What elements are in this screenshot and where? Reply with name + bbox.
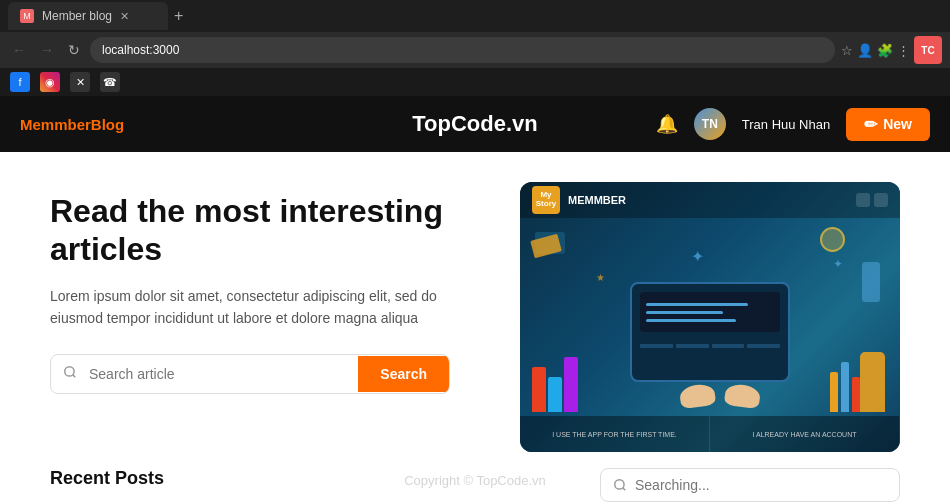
- user-avatar[interactable]: TN: [694, 108, 726, 140]
- keyboard-area: [632, 340, 788, 352]
- pen-icon: ✏: [864, 115, 877, 134]
- screen-content: [640, 292, 780, 332]
- browser-toolbar-icons: ☆ 👤 🧩 ⋮ TC: [841, 36, 942, 64]
- facebook-icon[interactable]: f: [10, 72, 30, 92]
- key-4: [747, 344, 780, 348]
- decoration-pencil: [862, 262, 880, 302]
- hero-text: Read the most interesting articles Lorem…: [50, 182, 480, 394]
- illustration-logo: My Story: [532, 186, 560, 214]
- key-2: [676, 344, 709, 348]
- screen-line-1: [646, 303, 748, 306]
- sparkle-3: ✦: [833, 257, 843, 271]
- screen-line-3: [646, 319, 736, 322]
- menu-icon: ⋮: [897, 43, 910, 58]
- illustration-person: [860, 352, 885, 412]
- pencil-1: [830, 372, 838, 412]
- new-post-button[interactable]: ✏ New: [846, 108, 930, 141]
- hand-right: [724, 383, 762, 410]
- search-article-input[interactable]: [89, 356, 358, 392]
- tab-favicon: M: [20, 9, 34, 23]
- illustration-first-time-btn[interactable]: I USE THE APP FOR THE FIRST TIME.: [520, 416, 710, 452]
- search-icon: [51, 355, 89, 393]
- illustration-account-btn[interactable]: I ALREADY HAVE AN ACCOUNT: [710, 416, 900, 452]
- refresh-button[interactable]: ↻: [64, 38, 84, 62]
- tab-close-button[interactable]: ✕: [120, 10, 129, 23]
- hand-left: [678, 383, 716, 410]
- right-search-icon: [613, 478, 627, 492]
- pencil-2: [841, 362, 849, 412]
- illustration-container: My Story MEMMBER: [520, 182, 900, 452]
- user-name-label: Tran Huu Nhan: [742, 117, 830, 132]
- hero-description: Lorem ipsum dolor sit amet, consectetur …: [50, 285, 480, 330]
- pencils-group: [830, 362, 860, 412]
- book-2: [548, 377, 562, 412]
- illustration-header: My Story MEMMBER: [520, 182, 900, 218]
- topcode-logo: TC: [914, 36, 942, 64]
- header-right: 🔔 TN Tran Huu Nhan ✏ New: [656, 108, 930, 141]
- sparkle-1: ✦: [691, 247, 704, 266]
- tab-title: Member blog: [42, 9, 112, 23]
- key-3: [712, 344, 745, 348]
- notification-bell-icon[interactable]: 🔔: [656, 113, 678, 135]
- back-button[interactable]: ←: [8, 38, 30, 62]
- svg-line-1: [73, 374, 76, 377]
- x-icon[interactable]: ✕: [70, 72, 90, 92]
- tab-bar: M Member blog ✕ +: [0, 0, 950, 32]
- books-stack: [532, 357, 578, 412]
- copyright-text: Copyright © TopCode.vn: [404, 473, 546, 488]
- book-1: [532, 367, 546, 412]
- social-bar: f ◉ ✕ ☎: [0, 68, 950, 96]
- instagram-icon[interactable]: ◉: [40, 72, 60, 92]
- hero-illustration: My Story MEMMBER: [520, 182, 900, 452]
- profile-icon: 👤: [857, 43, 873, 58]
- illustration-screen: [630, 282, 790, 382]
- active-tab[interactable]: M Member blog ✕: [8, 2, 168, 30]
- svg-line-3: [623, 488, 626, 491]
- forward-button[interactable]: →: [36, 38, 58, 62]
- right-search-section: [600, 468, 900, 502]
- illustration-footer: I USE THE APP FOR THE FIRST TIME. I ALRE…: [520, 416, 900, 452]
- address-input[interactable]: [90, 37, 835, 63]
- site-logo[interactable]: MemmberBlog: [20, 116, 124, 133]
- decoration-planet: [820, 227, 845, 252]
- site-header: MemmberBlog TopCode.vn 🔔 TN Tran Huu Nha…: [0, 96, 950, 152]
- hero-section: Read the most interesting articles Lorem…: [0, 152, 950, 452]
- pencil-3: [852, 377, 860, 412]
- key-1: [640, 344, 673, 348]
- bookmark-icon: ☆: [841, 43, 853, 58]
- book-3: [564, 357, 578, 412]
- right-search-input[interactable]: [635, 477, 887, 493]
- illustration-control-1: [856, 193, 870, 207]
- search-bar: Search: [50, 354, 450, 394]
- sparkle-2: ★: [596, 272, 605, 283]
- browser-chrome: M Member blog ✕ + ← → ↻ ☆ 👤 🧩 ⋮ TC: [0, 0, 950, 68]
- hero-title: Read the most interesting articles: [50, 192, 480, 269]
- illustration-title: MEMMBER: [568, 194, 626, 206]
- svg-point-2: [615, 480, 624, 489]
- search-button[interactable]: Search: [358, 356, 449, 392]
- site-title: TopCode.vn: [412, 111, 537, 137]
- illustration-controls: [856, 193, 888, 207]
- new-tab-button[interactable]: +: [174, 7, 183, 25]
- address-bar: ← → ↻ ☆ 👤 🧩 ⋮ TC: [0, 32, 950, 68]
- screen-line-2: [646, 311, 723, 314]
- phone-icon[interactable]: ☎: [100, 72, 120, 92]
- right-search-bar: [600, 468, 900, 502]
- extensions-icon: 🧩: [877, 43, 893, 58]
- svg-point-0: [65, 366, 74, 375]
- illustration-control-2: [874, 193, 888, 207]
